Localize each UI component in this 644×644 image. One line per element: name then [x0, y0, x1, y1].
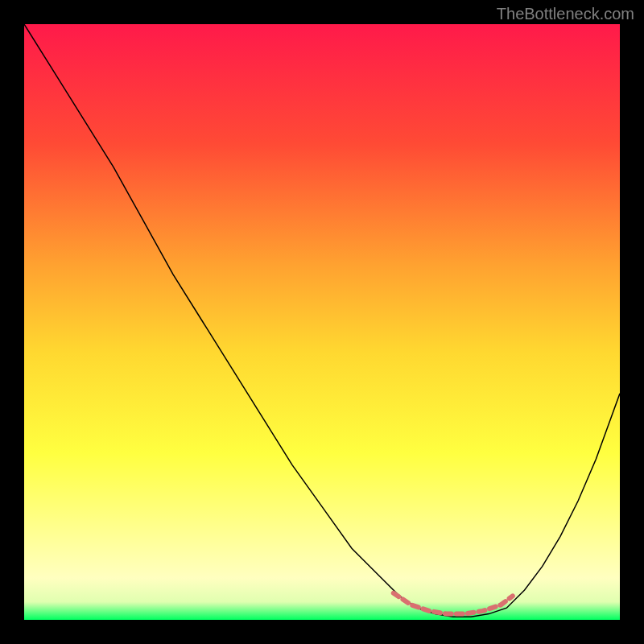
chart-svg	[24, 24, 620, 620]
chart-area	[24, 24, 620, 620]
watermark-text: TheBottleneck.com	[497, 5, 634, 23]
gradient-background	[24, 24, 620, 620]
